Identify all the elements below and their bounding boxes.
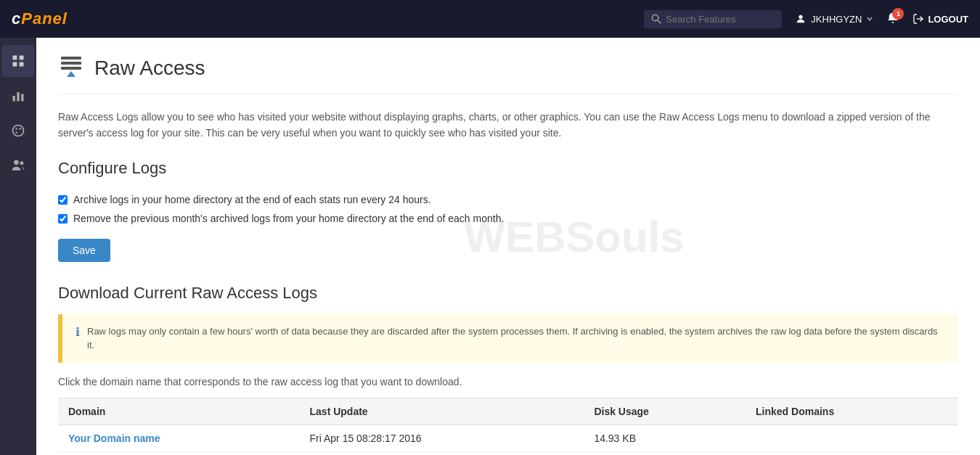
svg-point-12 <box>15 128 17 130</box>
col-header-linked-domains: Linked Domains <box>746 398 958 425</box>
checkbox-row-2: Remove the previous month's archived log… <box>58 213 958 224</box>
svg-line-1 <box>658 20 661 23</box>
table-header: Domain Last Update Disk Usage Linked Dom… <box>58 398 958 425</box>
raw-access-icon <box>58 52 84 83</box>
svg-point-15 <box>14 160 19 165</box>
domains-table: Domain Last Update Disk Usage Linked Dom… <box>58 398 958 452</box>
archive-logs-label[interactable]: Archive logs in your home directory at t… <box>73 194 431 205</box>
sidebar-item-grid[interactable] <box>2 45 34 77</box>
page-title: Raw Access <box>94 57 205 80</box>
svg-rect-19 <box>61 67 81 70</box>
info-box: ℹ Raw logs may only contain a few hours'… <box>58 314 958 363</box>
cell-disk-usage: 14.93 KB <box>584 425 746 451</box>
svg-rect-10 <box>21 94 23 102</box>
sidebar-item-chart[interactable] <box>2 80 34 112</box>
users-icon <box>11 158 25 173</box>
brand-logo: cPanel <box>12 9 68 28</box>
download-title: Download Current Raw Access Logs <box>58 284 958 303</box>
sidebar <box>0 38 36 455</box>
layout: Raw Access Raw Access Logs allow you to … <box>0 38 980 455</box>
search-input[interactable] <box>666 14 775 25</box>
user-icon <box>795 13 807 25</box>
save-button[interactable]: Save <box>58 239 110 262</box>
grid-icon <box>11 54 25 68</box>
main-content: Raw Access Raw Access Logs allow you to … <box>36 38 980 455</box>
svg-rect-17 <box>61 57 81 60</box>
notification-bell[interactable]: 1 <box>886 12 899 27</box>
configure-title: Configure Logs <box>58 159 958 182</box>
logout-label: LOGOUT <box>928 14 968 25</box>
user-menu[interactable]: JKHHGYZN <box>795 13 873 25</box>
svg-point-0 <box>653 15 658 20</box>
svg-point-13 <box>19 128 21 130</box>
palette-icon <box>11 123 25 138</box>
svg-rect-8 <box>13 96 15 102</box>
col-header-last-update: Last Update <box>300 398 584 425</box>
cell-last-update: Fri Apr 15 08:28:17 2016 <box>300 425 584 451</box>
svg-point-14 <box>15 131 17 134</box>
logout-icon <box>912 13 924 25</box>
page-header: Raw Access <box>58 52 958 94</box>
click-instructions: Click the domain name that corresponds t… <box>58 376 958 388</box>
domain-link[interactable]: Your Domain name <box>68 433 160 444</box>
chevron-down-icon <box>866 15 873 22</box>
navbar-right: JKHHGYZN 1 LOGOUT <box>644 10 968 28</box>
svg-point-2 <box>799 15 803 19</box>
cell-domain[interactable]: Your Domain name <box>58 425 300 451</box>
col-header-disk-usage: Disk Usage <box>584 398 746 425</box>
sidebar-item-palette[interactable] <box>2 115 34 147</box>
svg-rect-18 <box>61 62 81 65</box>
svg-marker-20 <box>67 71 75 77</box>
svg-point-11 <box>13 126 24 136</box>
svg-rect-5 <box>20 56 24 60</box>
remove-logs-label[interactable]: Remove the previous month's archived log… <box>73 213 504 224</box>
remove-logs-checkbox[interactable] <box>58 214 68 224</box>
username-label: JKHHGYZN <box>811 14 862 25</box>
page-description: Raw Access Logs allow you to see who has… <box>58 109 958 142</box>
navbar: cPanel JKHHGYZN 1 <box>0 0 980 38</box>
svg-rect-7 <box>20 62 24 67</box>
col-header-domain: Domain <box>58 398 300 425</box>
logout-button[interactable]: LOGOUT <box>912 13 968 25</box>
download-section: Download Current Raw Access Logs ℹ Raw l… <box>58 284 958 452</box>
svg-rect-6 <box>13 62 17 67</box>
search-box[interactable] <box>644 10 782 28</box>
sidebar-item-users[interactable] <box>2 149 34 181</box>
configure-section: Configure Logs Archive logs in your home… <box>58 159 958 262</box>
notification-badge: 1 <box>892 8 904 20</box>
table-row: Your Domain name Fri Apr 15 08:28:17 201… <box>58 425 958 451</box>
info-text: Raw logs may only contain a few hours' w… <box>87 324 945 353</box>
chart-icon <box>11 89 25 103</box>
table-body: Your Domain name Fri Apr 15 08:28:17 201… <box>58 425 958 451</box>
search-icon <box>651 14 661 24</box>
svg-rect-4 <box>13 56 17 60</box>
cell-linked-domains <box>746 425 958 451</box>
checkbox-row-1: Archive logs in your home directory at t… <box>58 194 958 205</box>
svg-rect-9 <box>17 92 19 102</box>
archive-logs-checkbox[interactable] <box>58 195 68 205</box>
info-icon: ℹ <box>75 325 80 339</box>
svg-point-16 <box>20 161 24 165</box>
navbar-left: cPanel <box>12 9 68 28</box>
